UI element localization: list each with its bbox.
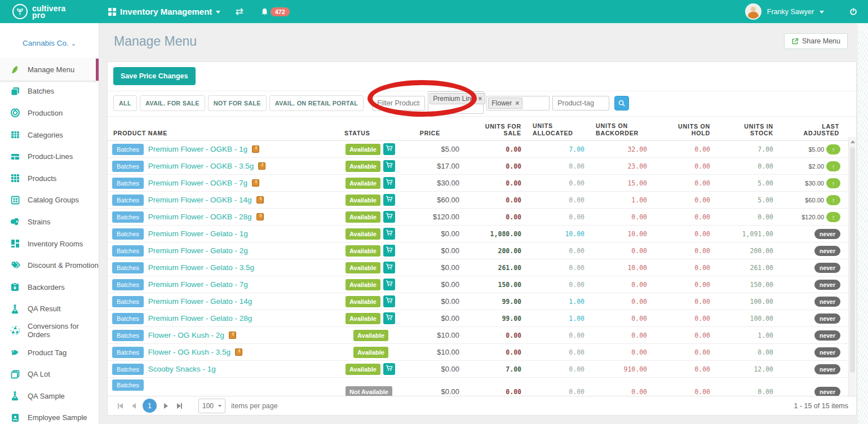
sidebar-item-production[interactable]: Production — [0, 102, 99, 124]
sidebar-item-product-tag[interactable]: Product Tag — [0, 342, 99, 364]
product-name-link[interactable]: Premium Flower - Gelato - 14g — [148, 297, 253, 306]
price-value[interactable]: $5.00 — [395, 145, 465, 153]
column-header-units-on-hold[interactable]: UNITS ON HOLD — [653, 120, 716, 140]
table-scrollbar[interactable] — [848, 137, 856, 405]
scroll-up-icon[interactable] — [851, 140, 855, 143]
add-to-cart-button[interactable] — [383, 295, 395, 307]
product-name-link[interactable]: Flower - OG Kush - 2g — [148, 331, 224, 339]
batches-button[interactable]: Batches — [112, 211, 144, 223]
column-header-product-name[interactable]: PRODUCT NAME — [108, 126, 339, 140]
add-to-cart-button[interactable] — [383, 312, 395, 324]
product-name-link[interactable]: Premium Flower - Gelato - 7g — [148, 280, 248, 289]
sidebar-item-product-lines[interactable]: Product-Lines — [0, 145, 99, 167]
add-to-cart-button[interactable] — [383, 262, 395, 273]
sidebar-item-products[interactable]: Products — [0, 167, 99, 189]
batches-button[interactable]: Batches — [112, 279, 144, 290]
product-name-link[interactable]: Premium Flower - OGKB - 1g — [148, 145, 247, 153]
price-value[interactable]: $120.00 — [395, 213, 465, 221]
batches-button[interactable]: Batches — [112, 330, 144, 341]
sidebar-item-discount-promotion[interactable]: Discount & Promotion — [0, 254, 99, 276]
product-name-link[interactable]: Premium Flower - Gelato - 1g — [148, 229, 248, 238]
app-menu-dropdown[interactable]: Inventory Management — [108, 7, 220, 16]
price-value[interactable]: $10.00 — [395, 331, 465, 339]
product-name-link[interactable]: Premium Flower - Gelato - 28g — [148, 314, 253, 323]
batches-button[interactable]: Batches — [112, 379, 144, 391]
chip-remove-icon[interactable]: × — [478, 95, 482, 102]
chip-remove-icon[interactable]: × — [515, 100, 519, 107]
product-name-link[interactable]: Premium Flower - OGKB - 7g — [148, 179, 247, 187]
price-up-icon[interactable]: ↑ — [826, 161, 840, 171]
save-price-changes-button[interactable]: Save Price Changes — [113, 67, 196, 85]
sidebar-item-backorders[interactable]: Backorders — [0, 276, 99, 298]
add-to-cart-button[interactable] — [383, 228, 395, 240]
price-value[interactable]: $17.00 — [395, 162, 465, 170]
sidebar-item-conversions-for-orders[interactable]: Conversions for Orders — [0, 320, 99, 342]
filter-all-button[interactable]: ALL — [113, 95, 137, 111]
filter-avail-retail-portal-button[interactable]: AVAIL. ON RETAIL PORTAL — [269, 95, 364, 111]
add-to-cart-button[interactable] — [383, 177, 395, 189]
batches-button[interactable]: Batches — [112, 262, 144, 273]
column-header-price[interactable]: PRICE — [395, 126, 465, 140]
batches-button[interactable]: Batches — [112, 364, 144, 375]
column-header-last-adjusted[interactable]: LAST ADJUSTED — [779, 120, 845, 140]
sidebar-item-employee-sample[interactable]: Employee Sample — [0, 407, 99, 424]
sidebar-item-inventory-rooms[interactable]: Inventory Rooms — [0, 233, 99, 255]
price-up-icon[interactable]: ↑ — [826, 212, 840, 222]
product-name-link[interactable]: Premium Flower - OGKB - 3.5g — [148, 162, 254, 170]
sidebar-item-batches[interactable]: Batches — [0, 81, 99, 103]
price-value[interactable]: $0.00 — [395, 365, 465, 373]
notifications-button[interactable]: 472 — [260, 7, 290, 16]
batches-button[interactable]: Batches — [112, 161, 144, 172]
price-value[interactable]: $30.00 — [395, 179, 465, 187]
org-switcher[interactable]: Cannabis Co.⌄ — [0, 23, 99, 59]
logout-power-icon[interactable]: ⏻ — [850, 7, 857, 17]
sidebar-item-qa-lot[interactable]: QA Lot — [0, 363, 99, 385]
add-to-cart-button[interactable] — [383, 245, 395, 257]
price-up-icon[interactable]: ↑ — [826, 144, 840, 154]
price-value[interactable]: $0.00 — [395, 229, 465, 238]
add-to-cart-button[interactable] — [383, 363, 395, 375]
column-header-status[interactable]: STATUS — [339, 126, 395, 140]
search-button[interactable] — [614, 96, 629, 111]
category-multiselect[interactable]: Flower × — [486, 96, 550, 111]
batches-button[interactable]: Batches — [112, 347, 144, 358]
price-value[interactable]: $10.00 — [395, 348, 465, 356]
batches-button[interactable]: Batches — [112, 228, 144, 240]
product-line-multiselect[interactable]: Premium Line × — [428, 91, 484, 114]
batches-button[interactable]: Batches — [112, 195, 144, 206]
price-up-icon[interactable]: ↑ — [826, 195, 840, 205]
batches-button[interactable]: Batches — [112, 313, 144, 324]
window-scroll-area[interactable] — [858, 23, 868, 424]
sidebar-item-categories[interactable]: Categories — [0, 124, 99, 146]
first-page-button[interactable] — [113, 399, 127, 413]
column-header-units-allocated[interactable]: UNITS ALLOCATED — [527, 119, 590, 140]
filter-products-input[interactable] — [372, 96, 425, 111]
price-value[interactable]: $0.00 — [395, 280, 465, 289]
price-value[interactable]: $0.00 — [395, 314, 465, 323]
product-name-link[interactable]: Premium Flower - OGKB - 14g — [148, 196, 252, 204]
sidebar-item-manage-menu[interactable]: Manage Menu — [0, 59, 99, 81]
price-value[interactable]: $0.00 — [395, 297, 465, 306]
price-value[interactable]: $0.00 — [395, 387, 465, 396]
user-menu-chevron-icon[interactable] — [820, 11, 824, 14]
add-to-cart-button[interactable] — [383, 160, 395, 172]
product-name-link[interactable]: Premium Flower - Gelato - 2g — [148, 246, 248, 255]
batches-button[interactable]: Batches — [112, 144, 144, 155]
add-to-cart-button[interactable] — [383, 194, 395, 206]
last-page-button[interactable] — [172, 399, 186, 413]
price-value[interactable]: $0.00 — [395, 263, 465, 272]
add-to-cart-button[interactable] — [383, 211, 395, 223]
price-up-icon[interactable]: ↑ — [826, 178, 840, 188]
column-header-units-on-backorder[interactable]: UNITS ON BACKORDER — [590, 119, 653, 140]
sidebar-item-qa-result[interactable]: QA Result — [0, 298, 99, 320]
price-value[interactable]: $60.00 — [395, 196, 465, 204]
filter-not-for-sale-button[interactable]: NOT FOR SALE — [208, 95, 267, 111]
add-to-cart-button[interactable] — [383, 279, 395, 290]
sidebar-item-strains[interactable]: Strains — [0, 211, 99, 233]
page-size-select[interactable]: 100 — [198, 399, 225, 413]
prev-page-button[interactable] — [127, 399, 140, 413]
share-menu-button[interactable]: Share Menu — [784, 33, 848, 49]
batches-button[interactable]: Batches — [112, 178, 144, 189]
product-name-link[interactable]: Flower - OG Kush - 3.5g — [148, 348, 231, 356]
user-avatar[interactable] — [745, 3, 761, 20]
